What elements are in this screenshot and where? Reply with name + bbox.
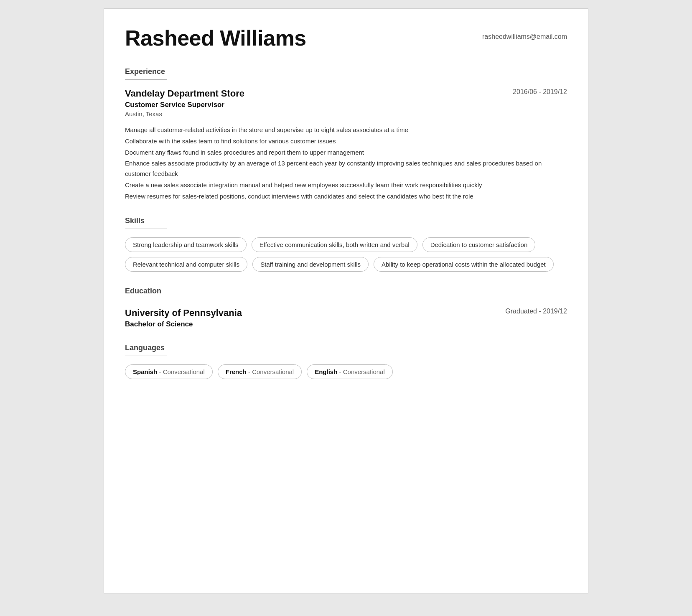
job-bullet: Create a new sales associate integration… [125, 180, 567, 191]
experience-heading: Experience [125, 67, 567, 76]
language-tag: French - Conversational [218, 364, 302, 379]
job-bullet: Manage all customer-related activities i… [125, 125, 567, 135]
skills-heading: Skills [125, 216, 567, 225]
experience-divider [125, 79, 167, 80]
job-title: Customer Service Supervisor [125, 101, 567, 109]
education-section: Education University of Pennsylvania Bac… [125, 287, 567, 328]
job-bullet: Collaborate with the sales team to find … [125, 136, 567, 147]
job-location: Austin, Texas [125, 110, 567, 117]
job-bullet: Document any flaws found in sales proced… [125, 148, 567, 158]
language-tag: Spanish - Conversational [125, 364, 213, 379]
language-level: Conversational [163, 368, 205, 375]
resume-container: Rasheed Williams rasheedwilliams@email.c… [104, 8, 588, 593]
language-name: Spanish [133, 368, 157, 375]
language-name: French [226, 368, 247, 375]
languages-heading: Languages [125, 344, 567, 352]
languages-grid: Spanish - ConversationalFrench - Convers… [125, 364, 567, 379]
skill-tag: Relevant technical and computer skills [125, 257, 247, 272]
job-description: Manage all customer-related activities i… [125, 125, 567, 201]
skill-tag: Staff training and development skills [252, 257, 369, 272]
skills-section: Skills Strong leadership and teamwork sk… [125, 216, 567, 272]
skill-tag: Effective communication skills, both wri… [252, 237, 417, 252]
job-dates: 2016/06 - 2019/12 [513, 88, 567, 96]
edu-dates: Graduated - 2019/12 [505, 308, 567, 315]
contact-email: rasheedwilliams@email.com [482, 25, 567, 41]
header-section: Rasheed Williams rasheedwilliams@email.c… [125, 25, 567, 51]
language-level: Conversational [343, 368, 385, 375]
edu-details: University of Pennsylvania Bachelor of S… [125, 308, 242, 328]
skills-grid: Strong leadership and teamwork skillsEff… [125, 237, 567, 272]
language-level: Conversational [252, 368, 294, 375]
experience-section: Experience Vandelay Department Store 201… [125, 67, 567, 201]
skill-tag: Dedication to customer satisfaction [422, 237, 536, 252]
education-heading: Education [125, 287, 567, 295]
job-bullet: Review resumes for sales-related positio… [125, 191, 567, 202]
skills-divider [125, 229, 167, 229]
skill-tag: Strong leadership and teamwork skills [125, 237, 247, 252]
languages-divider [125, 356, 167, 356]
skill-tag: Ability to keep operational costs within… [374, 257, 554, 272]
candidate-name: Rasheed Williams [125, 25, 306, 51]
languages-section: Languages Spanish - ConversationalFrench… [125, 344, 567, 379]
job-header: Vandelay Department Store 2016/06 - 2019… [125, 88, 567, 99]
language-name: English [315, 368, 337, 375]
edu-school: University of Pennsylvania [125, 308, 242, 318]
language-tag: English - Conversational [307, 364, 393, 379]
company-name: Vandelay Department Store [125, 88, 244, 99]
job-bullet: Enhance sales associate productivity by … [125, 158, 567, 179]
edu-header: University of Pennsylvania Bachelor of S… [125, 308, 567, 328]
education-divider [125, 299, 167, 299]
edu-degree: Bachelor of Science [125, 320, 242, 328]
